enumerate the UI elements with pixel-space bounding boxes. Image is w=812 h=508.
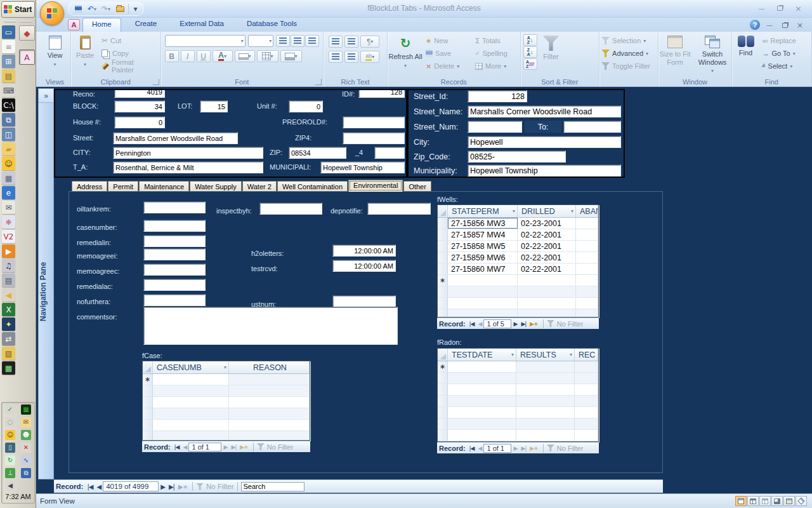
first-record-button[interactable]: |◀: [469, 445, 475, 451]
record-selector[interactable]: [438, 264, 448, 274]
messenger-tray-icon[interactable]: ☺: [5, 430, 15, 440]
fwells-cell[interactable]: 27-15860 MW7: [448, 264, 518, 274]
search-input[interactable]: [241, 482, 304, 491]
qat-customize-button[interactable]: ▾: [128, 4, 140, 14]
no-filter-button[interactable]: No Filter: [196, 483, 233, 490]
form-tab-other[interactable]: Other: [403, 181, 431, 192]
media-player-icon[interactable]: ▶: [2, 244, 15, 258]
windows-installer-icon[interactable]: ⊞: [2, 55, 15, 68]
go-to-button[interactable]: →Go To▾: [760, 47, 799, 60]
folder-icon[interactable]: ▰: [2, 142, 15, 156]
new-mail-icon[interactable]: ✉: [21, 417, 31, 427]
terminal-grid-icon[interactable]: ▦: [21, 404, 31, 415]
movie-maker-icon[interactable]: ▦: [2, 171, 15, 185]
memoagreec-field[interactable]: [143, 264, 206, 276]
h2oletters-field[interactable]: [332, 244, 396, 257]
excel-icon[interactable]: X: [2, 303, 15, 316]
next-record-button[interactable]: ▶: [513, 445, 517, 451]
last-record-button[interactable]: ▶|: [231, 444, 236, 450]
form-tab-maintenance[interactable]: Maintenance: [139, 181, 189, 192]
command-prompt-icon[interactable]: C:\: [2, 98, 15, 112]
fcase-cell[interactable]: [229, 374, 310, 385]
save-button[interactable]: [72, 4, 84, 14]
wireless-status-icon[interactable]: ◌: [5, 417, 15, 427]
new-record-nav-button[interactable]: ▶∗: [178, 483, 187, 490]
form-tab-address[interactable]: Address: [72, 181, 107, 192]
previous-record-button[interactable]: ◀: [478, 321, 482, 327]
saved-folder-icon[interactable]: ▤: [2, 69, 15, 83]
align-left-button[interactable]: [276, 35, 290, 47]
tab-home[interactable]: Home: [82, 18, 121, 32]
notepad-icon[interactable]: ≡: [2, 40, 15, 53]
memoagreei-field[interactable]: [143, 248, 206, 260]
layout-view-button[interactable]: [796, 496, 807, 506]
minimize-button[interactable]: —: [753, 3, 770, 13]
previous-record-button[interactable]: ◀: [97, 483, 102, 490]
fradon-cell[interactable]: [575, 361, 598, 372]
save-record-button[interactable]: Save: [423, 47, 473, 60]
street-num-field[interactable]: [468, 121, 522, 133]
next-record-button[interactable]: ▶: [513, 321, 517, 327]
fwells-cell[interactable]: [448, 275, 518, 286]
font-color-button[interactable]: A▾: [213, 50, 233, 62]
start-button[interactable]: Start: [1, 1, 35, 18]
network-setup-icon[interactable]: ◫: [2, 128, 15, 141]
child-minimize-button[interactable]: —: [763, 20, 776, 30]
fwells-select-all-corner[interactable]: [438, 205, 448, 217]
first-record-button[interactable]: |◀: [87, 483, 93, 490]
italic-button[interactable]: I: [181, 50, 195, 62]
alternate-fill-button[interactable]: ▾: [280, 50, 302, 62]
sort-descending-button[interactable]: ZA↓: [523, 46, 537, 58]
pivottable-view-button[interactable]: [759, 496, 771, 506]
fcase-column-reason[interactable]: REASON: [229, 361, 310, 373]
depnotifie-field[interactable]: [367, 203, 431, 215]
previous-record-button[interactable]: ◀: [183, 444, 187, 450]
fwells-cell[interactable]: 27-15859 MW6: [448, 252, 518, 263]
align-center-button[interactable]: [291, 35, 304, 47]
increase-indent-button[interactable]: [344, 36, 358, 48]
last-record-button[interactable]: ▶|: [169, 483, 174, 490]
navigation-pane-expand-button[interactable]: »: [39, 89, 53, 103]
copy-button[interactable]: Copy: [99, 47, 160, 60]
taskbar-window-button-app[interactable]: ◆: [19, 25, 35, 41]
fax-icon[interactable]: ▤: [2, 274, 15, 287]
close-button[interactable]: ×: [790, 3, 807, 13]
oiltankrem-field[interactable]: [143, 201, 206, 213]
fwells-cell[interactable]: 02-22-2001: [518, 252, 576, 263]
fwells-cell[interactable]: 27-15857 MW4: [448, 229, 518, 240]
new-record-nav-button[interactable]: ▶∗: [530, 321, 537, 327]
netmeeting-icon[interactable]: ✦: [2, 318, 15, 331]
municipality-field[interactable]: [468, 164, 621, 177]
zip-field[interactable]: [289, 147, 346, 159]
undo-button[interactable]: ↶▾: [86, 4, 98, 14]
font-size-combo[interactable]: ▾: [248, 35, 273, 47]
sort-ascending-button[interactable]: AZ↓: [523, 34, 537, 46]
disconnected-icon[interactable]: ✕: [21, 443, 31, 453]
fcase-select-all-corner[interactable]: [143, 361, 153, 373]
zip4-field[interactable]: [343, 132, 405, 144]
no-filter-button[interactable]: No Filter: [257, 443, 294, 451]
office-button[interactable]: [40, 1, 64, 25]
underline-button[interactable]: U: [197, 50, 211, 62]
street-city-field[interactable]: [468, 136, 621, 148]
unit-field[interactable]: [289, 100, 323, 112]
municipali-field[interactable]: [320, 161, 405, 173]
taskbar-clock[interactable]: 7:32 AM: [2, 493, 34, 500]
selection-button[interactable]: Selection▾: [599, 34, 658, 47]
form-tab-permit[interactable]: Permit: [108, 181, 138, 192]
form-tab-well-contamination[interactable]: Well Contamination: [277, 181, 348, 192]
lot-field[interactable]: [200, 100, 228, 112]
no-filter-button[interactable]: No Filter: [547, 444, 584, 452]
totals-button[interactable]: ΣTotals: [473, 34, 510, 47]
datasheet-view-button[interactable]: [747, 496, 759, 506]
zip-plus4-field[interactable]: [374, 147, 405, 159]
last-record-button[interactable]: ▶|: [521, 445, 526, 451]
filter-button[interactable]: Filter: [539, 33, 564, 75]
fradon-column-results[interactable]: RESULTS▾: [516, 349, 575, 361]
advanced-filter-button[interactable]: Advanced▾: [599, 47, 658, 60]
numbered-list-button[interactable]: [329, 51, 343, 63]
street-num-to-field[interactable]: [563, 121, 621, 133]
fwells-cell[interactable]: [576, 241, 598, 251]
fwells-cell[interactable]: 27-15856 MW3: [448, 218, 518, 229]
delete-record-button[interactable]: ×Delete▾: [423, 60, 473, 72]
